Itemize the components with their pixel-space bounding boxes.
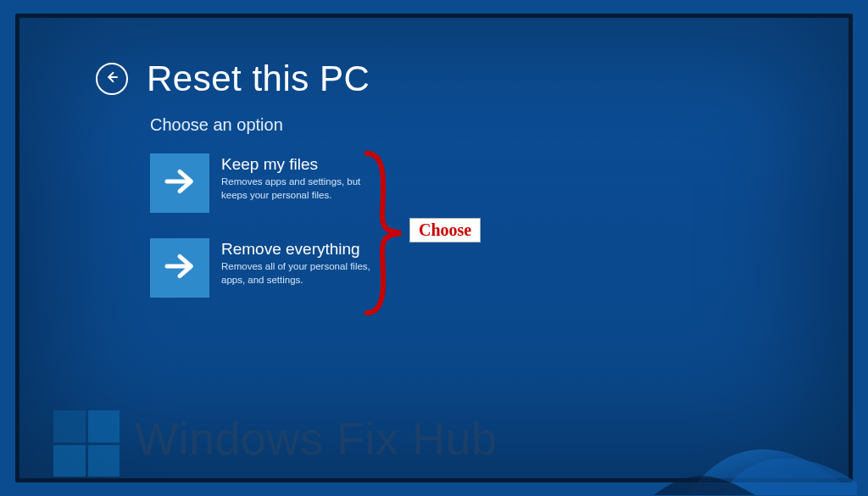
option-description: Removes all of your personal files, apps… xyxy=(221,260,370,287)
option-tile xyxy=(150,153,209,213)
decorative-swirl-icon xyxy=(654,343,857,495)
arrow-right-icon xyxy=(163,164,197,202)
page-title: Reset this PC xyxy=(147,59,370,99)
option-tile xyxy=(150,238,209,298)
watermark: Windows Fix Hub xyxy=(53,405,498,471)
option-title: Remove everything xyxy=(221,240,370,259)
option-title: Keep my files xyxy=(221,155,370,174)
back-button[interactable] xyxy=(96,63,128,95)
option-remove-everything[interactable]: Remove everything Removes all of your pe… xyxy=(150,238,370,298)
watermark-logo-icon xyxy=(53,410,120,476)
options-list: Keep my files Removes apps and settings,… xyxy=(150,153,370,298)
option-keep-my-files[interactable]: Keep my files Removes apps and settings,… xyxy=(150,153,370,213)
option-text: Keep my files Removes apps and settings,… xyxy=(221,153,370,202)
option-text: Remove everything Removes all of your pe… xyxy=(221,238,370,287)
option-description: Removes apps and settings, but keeps you… xyxy=(221,176,370,202)
recovery-screen: Reset this PC Choose an option Keep my f… xyxy=(15,14,853,482)
annotation-label: Choose xyxy=(409,218,481,242)
page-header: Reset this PC xyxy=(96,59,370,99)
arrow-right-icon xyxy=(163,249,197,287)
watermark-text: Windows Fix Hub xyxy=(135,412,498,465)
back-arrow-icon xyxy=(104,70,120,88)
page-subtitle: Choose an option xyxy=(150,115,283,135)
